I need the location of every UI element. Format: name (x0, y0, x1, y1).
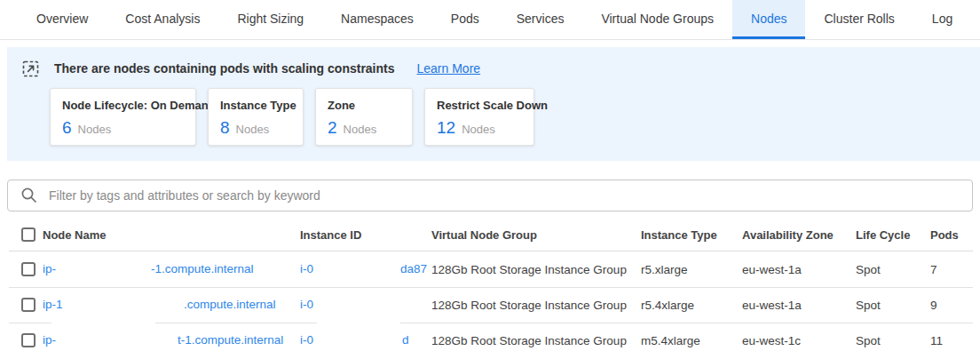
card-node-lifecycle[interactable]: Node Lifecycle: On Demand 6 Nodes (50, 88, 196, 146)
constraint-cards: Node Lifecycle: On Demand 6 Nodes Instan… (50, 88, 980, 146)
virtual-node-group-cell: 128Gb Root Storage Instance Group (431, 334, 641, 347)
tab-right-sizing[interactable]: Right Sizing (218, 0, 322, 39)
node-name-cell: ip- -1.compute.internal (43, 251, 300, 287)
row-checkbox[interactable] (21, 298, 36, 312)
card-count: 2 (328, 118, 337, 138)
pods-cell: 7 (930, 263, 980, 276)
node-name-link[interactable]: ip- (43, 323, 56, 358)
banner-message: There are nodes containing pods with sca… (54, 61, 395, 76)
node-name-link[interactable]: t-1.compute.internal (178, 323, 283, 358)
col-header-pods: Pods (930, 228, 980, 242)
table-row: ip- t-1.compute.internal i-0 d 128Gb Roo… (0, 323, 980, 358)
instance-type-cell: r5.4xlarge (641, 299, 742, 312)
node-name-link[interactable]: ip-1 (43, 287, 63, 323)
card-zone[interactable]: Zone 2 Nodes (315, 88, 413, 146)
tab-namespaces[interactable]: Namespaces (322, 0, 432, 39)
row-checkbox[interactable] (21, 333, 36, 347)
availability-zone-cell: eu-west-1c (742, 334, 856, 347)
card-count: 6 (62, 118, 72, 138)
tab-pods[interactable]: Pods (432, 0, 498, 39)
pods-cell: 11 (930, 334, 980, 347)
virtual-node-group-cell: 128Gb Root Storage Instance Group (431, 263, 641, 276)
life-cycle-cell: Spot (856, 334, 930, 347)
card-instance-type[interactable]: Instance Type 8 Nodes (208, 88, 304, 146)
instance-id-link[interactable]: i-0 (300, 323, 313, 358)
tab-bar: Overview Cost Analysis Right Sizing Name… (0, 0, 980, 40)
col-header-instance-type: Instance Type (641, 228, 742, 242)
row-checkbox[interactable] (21, 262, 36, 276)
life-cycle-cell: Spot (856, 299, 930, 312)
instance-id-link[interactable]: d (402, 323, 409, 358)
card-unit: Nodes (462, 123, 495, 136)
col-header-availability-zone: Availability Zone (742, 228, 856, 242)
virtual-node-group-cell: 128Gb Root Storage Instance Group (431, 299, 641, 312)
col-header-life-cycle: Life Cycle (856, 228, 930, 242)
card-count: 12 (437, 118, 455, 138)
tab-cluster-rolls[interactable]: Cluster Rolls (805, 0, 913, 39)
instance-type-cell: r5.xlarge (641, 263, 742, 276)
redaction-box (51, 316, 155, 329)
tab-log[interactable]: Log (913, 0, 971, 39)
card-title: Node Lifecycle: On Demand (62, 99, 183, 112)
nodes-table: Node Name Instance ID Virtual Node Group… (0, 218, 980, 358)
col-header-virtual-node-group: Virtual Node Group (431, 228, 641, 242)
node-name-link[interactable]: -1.compute.internal (151, 251, 254, 287)
tab-overview[interactable]: Overview (18, 0, 107, 39)
card-unit: Nodes (78, 123, 112, 136)
instance-id-link[interactable]: i-0 (300, 251, 313, 287)
filter-search (7, 180, 973, 211)
availability-zone-cell: eu-west-1a (742, 299, 856, 312)
tab-cost-analysis[interactable]: Cost Analysis (107, 0, 218, 39)
select-all-checkbox[interactable] (21, 227, 36, 242)
card-restrict-scale-down[interactable]: Restrict Scale Down 12 Nodes (424, 88, 534, 146)
tab-virtual-node-groups[interactable]: Virtual Node Groups (582, 0, 732, 39)
scaling-constraints-banner: There are nodes containing pods with sca… (7, 47, 980, 161)
life-cycle-cell: Spot (856, 263, 930, 276)
table-row: ip- -1.compute.internal i-0 da87 128Gb R… (0, 251, 980, 287)
instance-id-link[interactable]: da87 (400, 251, 427, 287)
card-title: Instance Type (220, 99, 290, 112)
pods-cell: 9 (930, 299, 980, 312)
card-title: Zone (328, 99, 399, 112)
instance-type-cell: m5.4xlarge (641, 334, 742, 347)
scale-up-icon (22, 60, 39, 77)
tab-services[interactable]: Services (498, 0, 583, 39)
card-title: Restrict Scale Down (437, 99, 521, 112)
instance-id-link[interactable]: i-0 (300, 287, 313, 323)
search-input[interactable] (7, 180, 973, 211)
card-unit: Nodes (344, 123, 377, 136)
tab-nodes[interactable]: Nodes (732, 0, 805, 39)
instance-id-cell: i-0 da87 (300, 251, 431, 287)
col-header-node-name: Node Name (43, 218, 300, 251)
redaction-box (317, 316, 400, 329)
table-header-row: Node Name Instance ID Virtual Node Group… (0, 218, 980, 251)
card-unit: Nodes (236, 123, 270, 136)
col-header-instance-id: Instance ID (300, 218, 431, 251)
availability-zone-cell: eu-west-1a (742, 263, 856, 276)
card-count: 8 (220, 118, 230, 138)
learn-more-link[interactable]: Learn More (417, 61, 481, 76)
node-name-link[interactable]: .compute.internal (184, 287, 276, 323)
node-name-link[interactable]: ip- (43, 251, 56, 287)
